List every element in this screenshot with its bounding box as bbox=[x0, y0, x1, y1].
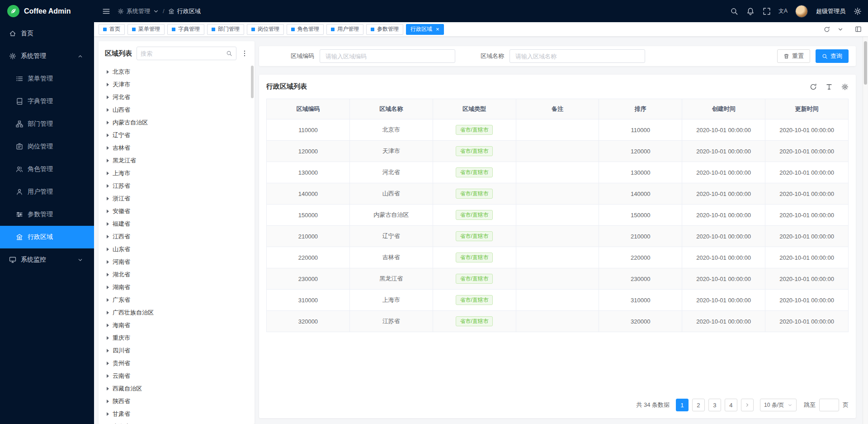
tab-字典管理[interactable]: 字典管理 bbox=[167, 24, 204, 35]
translate-icon[interactable]: 文A bbox=[779, 7, 787, 15]
caret-right-icon[interactable] bbox=[107, 146, 109, 150]
tree-item-江西省[interactable]: 江西省 bbox=[105, 230, 248, 243]
breadcrumb-item[interactable]: 系统管理 bbox=[118, 7, 159, 15]
table-row[interactable]: 310000上海市省市/直辖市3100002020-10-01 00:00:00… bbox=[267, 290, 849, 311]
tab-用户管理[interactable]: 用户管理 bbox=[326, 24, 363, 35]
column-header[interactable]: 更新时间 bbox=[765, 99, 849, 119]
sidebar-item-字典管理[interactable]: 字典管理 bbox=[0, 90, 94, 113]
tab-菜单管理[interactable]: 菜单管理 bbox=[127, 24, 165, 35]
sidebar-item-岗位管理[interactable]: 岗位管理 bbox=[0, 135, 94, 158]
caret-right-icon[interactable] bbox=[107, 349, 109, 353]
tree-item-江苏省[interactable]: 江苏省 bbox=[105, 180, 248, 192]
caret-right-icon[interactable] bbox=[107, 374, 109, 378]
tree-item-福建省[interactable]: 福建省 bbox=[105, 218, 248, 230]
tab-首页[interactable]: 首页 bbox=[99, 24, 125, 35]
tree-item-甘肃省[interactable]: 甘肃省 bbox=[105, 408, 248, 420]
caret-right-icon[interactable] bbox=[107, 83, 109, 86]
caret-right-icon[interactable] bbox=[107, 70, 109, 74]
tree-item-河南省[interactable]: 河南省 bbox=[105, 256, 248, 268]
tree-item-四川省[interactable]: 四川省 bbox=[105, 344, 248, 357]
caret-right-icon[interactable] bbox=[107, 311, 109, 314]
table-row[interactable]: 220000吉林省省市/直辖市2200002020-10-01 00:00:00… bbox=[267, 247, 849, 268]
avatar[interactable] bbox=[795, 5, 808, 18]
gear-icon[interactable] bbox=[841, 83, 849, 91]
layout-icon[interactable] bbox=[855, 26, 862, 33]
sidebar-item-部门管理[interactable]: 部门管理 bbox=[0, 113, 94, 135]
caret-right-icon[interactable] bbox=[107, 286, 109, 289]
column-header[interactable]: 备注 bbox=[516, 99, 599, 119]
table-row[interactable]: 140000山西省省市/直辖市1400002020-10-01 00:00:00… bbox=[267, 183, 849, 205]
table-row[interactable]: 230000黑龙江省省市/直辖市2300002020-10-01 00:00:0… bbox=[267, 268, 849, 290]
column-header[interactable]: 区域类型 bbox=[433, 99, 516, 119]
tab-岗位管理[interactable]: 岗位管理 bbox=[247, 24, 284, 35]
search-button[interactable]: 查询 bbox=[816, 49, 849, 63]
column-header[interactable]: 区域名称 bbox=[349, 99, 433, 119]
tree-item-安徽省[interactable]: 安徽省 bbox=[105, 205, 248, 218]
tab-行政区域[interactable]: 行政区域× bbox=[406, 24, 444, 35]
caret-right-icon[interactable] bbox=[107, 172, 109, 175]
tree-item-陕西省[interactable]: 陕西省 bbox=[105, 395, 248, 408]
more-vertical-icon[interactable] bbox=[241, 50, 248, 57]
tree-search-input[interactable] bbox=[141, 50, 226, 57]
tree-item-湖北省[interactable]: 湖北省 bbox=[105, 268, 248, 281]
region-code-input[interactable] bbox=[320, 49, 455, 63]
sidebar-item-系统监控[interactable]: 系统监控 bbox=[0, 248, 94, 271]
sidebar-item-行政区域[interactable]: 行政区域 bbox=[0, 226, 94, 248]
search-icon[interactable] bbox=[730, 7, 738, 15]
caret-right-icon[interactable] bbox=[107, 210, 109, 213]
sidebar-item-系统管理[interactable]: 系统管理 bbox=[0, 45, 94, 67]
tree-item-海南省[interactable]: 海南省 bbox=[105, 319, 248, 332]
caret-right-icon[interactable] bbox=[107, 260, 109, 264]
text-height-icon[interactable] bbox=[826, 83, 833, 91]
tab-角色管理[interactable]: 角色管理 bbox=[287, 24, 324, 35]
column-header[interactable]: 区域编码 bbox=[267, 99, 350, 119]
tree-item-西藏自治区[interactable]: 西藏自治区 bbox=[105, 382, 248, 395]
caret-right-icon[interactable] bbox=[107, 400, 109, 403]
search-icon[interactable] bbox=[226, 50, 232, 57]
caret-right-icon[interactable] bbox=[107, 197, 109, 200]
caret-right-icon[interactable] bbox=[107, 248, 109, 251]
user-name[interactable]: 超级管理员 bbox=[816, 7, 845, 15]
reset-button[interactable]: 重置 bbox=[777, 49, 810, 63]
tree-item-辽宁省[interactable]: 辽宁省 bbox=[105, 129, 248, 142]
tree-item-云南省[interactable]: 云南省 bbox=[105, 370, 248, 382]
hamburger-icon[interactable] bbox=[102, 7, 110, 15]
caret-right-icon[interactable] bbox=[107, 222, 109, 226]
caret-right-icon[interactable] bbox=[107, 273, 109, 276]
tree-item-浙江省[interactable]: 浙江省 bbox=[105, 192, 248, 205]
tree-item-吉林省[interactable]: 吉林省 bbox=[105, 142, 248, 154]
caret-right-icon[interactable] bbox=[107, 95, 109, 99]
bell-icon[interactable] bbox=[746, 7, 755, 15]
table-row[interactable]: 150000内蒙古自治区省市/直辖市1500002020-10-01 00:00… bbox=[267, 205, 849, 226]
page-button-3[interactable]: 3 bbox=[708, 399, 721, 411]
scrollbar-thumb[interactable] bbox=[864, 41, 867, 85]
table-row[interactable]: 130000河北省省市/直辖市1300002020-10-01 00:00:00… bbox=[267, 162, 849, 183]
page-size-select[interactable]: 10 条/页 bbox=[760, 399, 797, 411]
table-row[interactable]: 320000江苏省省市/直辖市3200002020-10-01 00:00:00… bbox=[267, 311, 849, 332]
tree-item-广西壮族自治区[interactable]: 广西壮族自治区 bbox=[105, 306, 248, 319]
breadcrumb-item[interactable]: 行政区域 bbox=[168, 7, 201, 15]
page-button-2[interactable]: 2 bbox=[692, 399, 705, 411]
sidebar-item-角色管理[interactable]: 角色管理 bbox=[0, 158, 94, 181]
caret-right-icon[interactable] bbox=[107, 387, 109, 391]
column-header[interactable]: 创建时间 bbox=[682, 99, 765, 119]
caret-right-icon[interactable] bbox=[107, 108, 109, 112]
tree-item-内蒙古自治区[interactable]: 内蒙古自治区 bbox=[105, 116, 248, 129]
tree-item-贵州省[interactable]: 贵州省 bbox=[105, 357, 248, 370]
tree-item-重庆市[interactable]: 重庆市 bbox=[105, 332, 248, 344]
table-row[interactable]: 120000天津市省市/直辖市1200002020-10-01 00:00:00… bbox=[267, 141, 849, 162]
refresh-icon[interactable] bbox=[810, 83, 817, 91]
tree-item-湖南省[interactable]: 湖南省 bbox=[105, 281, 248, 294]
caret-right-icon[interactable] bbox=[107, 235, 109, 238]
tree-item-天津市[interactable]: 天津市 bbox=[105, 78, 248, 91]
caret-right-icon[interactable] bbox=[107, 336, 109, 340]
caret-right-icon[interactable] bbox=[107, 324, 109, 327]
caret-right-icon[interactable] bbox=[107, 159, 109, 162]
sidebar-item-参数管理[interactable]: 参数管理 bbox=[0, 203, 94, 226]
caret-right-icon[interactable] bbox=[107, 412, 109, 416]
close-icon[interactable]: × bbox=[436, 26, 439, 32]
table-row[interactable]: 110000北京市省市/直辖市1100002020-10-01 00:00:00… bbox=[267, 119, 849, 141]
table-row[interactable]: 210000辽宁省省市/直辖市2100002020-10-01 00:00:00… bbox=[267, 226, 849, 247]
caret-right-icon[interactable] bbox=[107, 133, 109, 137]
tree-item-山西省[interactable]: 山西省 bbox=[105, 104, 248, 116]
